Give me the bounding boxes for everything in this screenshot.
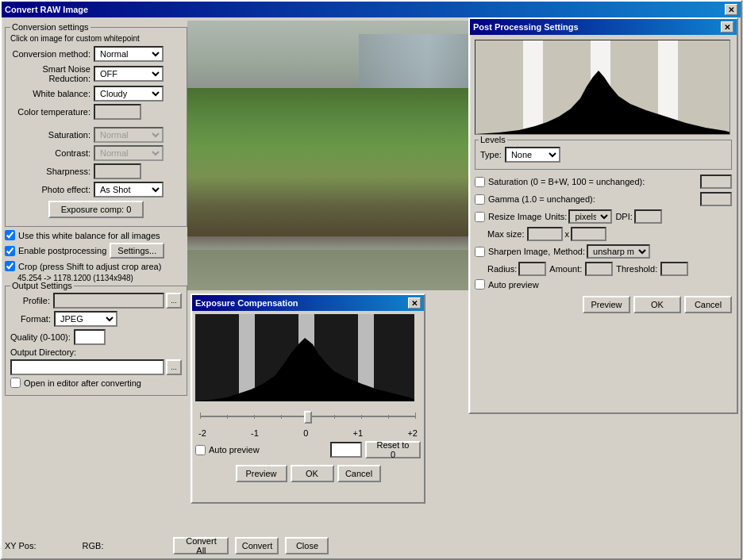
exposure-preview-button[interactable]: Preview [236, 465, 287, 482]
pp-resize-checkbox[interactable] [475, 212, 485, 222]
white-balance-row: White balance: Cloudy [10, 86, 182, 102]
output-dir-row: G:\08_Разное\Двор\CONVERTED ... [10, 359, 182, 375]
pp-saturation-label: Saturation (0 = B+W, 100 = unchanged): [488, 177, 700, 186]
pp-radius-input: 0.5 [518, 262, 546, 276]
main-titlebar: Convert RAW Image ✕ [2, 2, 741, 17]
pp-ok-button[interactable]: OK [633, 296, 681, 313]
pp-resize-units-label: Units: [545, 212, 567, 221]
exposure-value-input[interactable]: 0.0 [330, 442, 362, 458]
exposure-auto-preview-label: Auto preview [209, 445, 260, 455]
postproc-histogram [475, 40, 730, 135]
exposure-cancel-button[interactable]: Cancel [337, 465, 381, 482]
close-button[interactable]: Close [285, 537, 329, 554]
sharpness-input: 0 [94, 163, 141, 179]
contrast-row: Contrast: Normal [10, 145, 182, 161]
output-dir-browse-button[interactable]: ... [166, 359, 182, 375]
tick-minus1: -1 [251, 428, 259, 438]
output-dir-input[interactable]: G:\08_Разное\Двор\CONVERTED [10, 359, 164, 375]
postproc-close-button[interactable]: ✕ [721, 21, 733, 33]
postproc-histogram-svg [475, 40, 730, 134]
pp-amount-input: 0.7 [585, 262, 613, 276]
pp-cancel-button[interactable]: Cancel [684, 296, 732, 313]
use-wb-label: Use this white balance for all images [18, 231, 160, 240]
saturation-row: Saturation: Normal [10, 127, 182, 143]
rgb-label: RGB: [83, 541, 104, 550]
pp-threshold-input: 0 [660, 262, 688, 276]
profile-browse-button[interactable]: ... [166, 293, 182, 309]
exposure-reset-button[interactable]: Reset to 0 [365, 441, 421, 458]
noise-reduction-select[interactable]: OFF [94, 66, 164, 82]
pp-preview-button[interactable]: Preview [583, 296, 630, 313]
status-bar: XY Pos: RGB: Convert All Convert Close [5, 536, 737, 555]
exposure-comp-row: Exposure comp: 0 [10, 201, 182, 218]
white-balance-select[interactable]: Cloudy [94, 86, 164, 102]
pp-resize-units-select[interactable]: pixels [568, 209, 612, 224]
conversion-settings-section: Conversion settings Click on image for c… [5, 27, 187, 227]
contrast-select: Normal [94, 145, 164, 161]
settings-button[interactable]: Settings... [110, 243, 164, 259]
pp-dpi-input: 240 [634, 209, 662, 224]
main-close-button[interactable]: ✕ [725, 4, 737, 15]
format-select[interactable]: JPEG [54, 311, 117, 327]
quality-input[interactable]: 95 [74, 329, 106, 345]
contrast-label: Contrast: [10, 148, 94, 158]
quality-row: Quality (0-100): 95 [10, 329, 182, 345]
left-panel: Conversion settings Click on image for c… [5, 21, 187, 399]
pp-dpi-label: DPI: [615, 212, 632, 221]
pp-maxsize-label: Max size: [487, 229, 524, 239]
pp-gamma-label: Gamma (1.0 = unchanged): [488, 194, 700, 204]
pp-gamma-checkbox[interactable] [475, 194, 485, 205]
convert-all-button[interactable]: Convert All [173, 537, 229, 554]
exposure-auto-preview-checkbox[interactable] [195, 445, 206, 455]
levels-section: Levels Type: None [475, 140, 732, 170]
exposure-content: -2 -1 0 +1 +2 Auto preview 0.0 Reset to … [192, 311, 424, 485]
output-dir-label-row: Output Directory: [10, 347, 182, 357]
tick-labels: -2 -1 0 +1 +2 [195, 428, 421, 438]
pp-params-row: Radius: 0.5 Amount: 0.7 Threshold: 0 [487, 262, 732, 276]
color-temp-label: Color temperature: [10, 107, 94, 117]
pp-resize-label: Resize Image [488, 212, 541, 221]
exposure-slider-thumb[interactable] [304, 411, 312, 424]
enable-postproc-label: Enable postprocessing [18, 246, 106, 255]
image-preview[interactable] [187, 21, 473, 290]
exposure-close-button[interactable]: ✕ [408, 297, 421, 309]
open-editor-checkbox[interactable] [10, 378, 21, 388]
color-temp-input[interactable]: 5800 [94, 104, 141, 120]
exposure-slider-container [198, 405, 418, 428]
postproc-content: Levels Type: None Saturation (0 = B+W, 1… [470, 35, 737, 318]
levels-label: Levels [479, 135, 507, 144]
crop-checkbox[interactable] [5, 261, 15, 271]
preview-image[interactable] [187, 21, 473, 290]
pp-button-row: Preview OK Cancel [475, 296, 732, 313]
postproc-title: Post Processing Settings [473, 22, 719, 32]
saturation-select: Normal [94, 127, 164, 143]
tick-zero: 0 [303, 428, 308, 438]
photo-effect-select[interactable]: As Shot [94, 182, 164, 198]
pp-saturation-row: Saturation (0 = B+W, 100 = unchanged): 1… [475, 175, 732, 189]
convert-button[interactable]: Convert [235, 537, 279, 554]
pp-radius-label: Radius: [487, 264, 517, 274]
pp-maxsize-y-input: 2592 [571, 227, 606, 241]
exposure-dialog: Exposure Compensation ✕ [191, 293, 425, 504]
exposure-title: Exposure Compensation [195, 298, 406, 308]
tick-plus2: +2 [407, 428, 418, 438]
exposure-ok-button[interactable]: OK [291, 465, 334, 482]
pp-autopreview-checkbox[interactable] [475, 279, 485, 290]
output-settings-section: Output Settings Profile: <Disabled in Pr… [5, 286, 187, 396]
pp-sharpen-checkbox[interactable] [475, 247, 485, 257]
levels-type-select[interactable]: None [505, 147, 560, 163]
noise-reduction-row: Smart Noise Reduction: OFF [10, 64, 182, 83]
pp-sharpen-row: Sharpen Image, Method: unsharp mask [475, 244, 732, 259]
pp-saturation-input: 100 [700, 175, 732, 189]
crop-label: Crop (press Shift to adjust crop area) [18, 262, 161, 271]
conversion-method-select[interactable]: Normal [94, 46, 164, 62]
use-wb-checkbox[interactable] [5, 230, 15, 240]
levels-type-row: Type: None [480, 147, 726, 163]
enable-postproc-checkbox[interactable] [5, 246, 15, 256]
sharpness-label: Sharpness: [10, 167, 94, 176]
color-temp-row: Color temperature: 5800 [10, 104, 182, 120]
exposure-comp-button[interactable]: Exposure comp: 0 [48, 201, 144, 218]
postproc-dialog: Post Processing Settings ✕ Levels Type: … [468, 17, 738, 414]
pp-saturation-checkbox[interactable] [475, 177, 485, 187]
pp-method-select[interactable]: unsharp mask [587, 244, 650, 259]
